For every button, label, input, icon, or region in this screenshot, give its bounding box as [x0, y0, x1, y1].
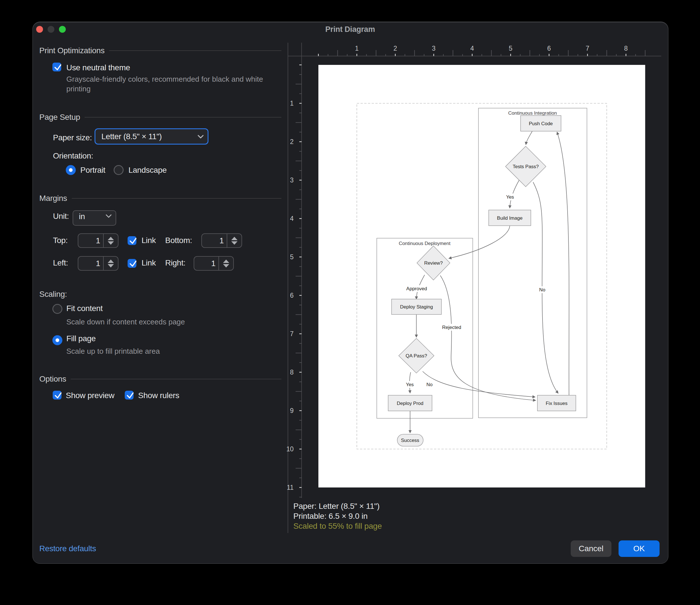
svg-text:3: 3 [432, 45, 436, 52]
svg-text:7: 7 [586, 45, 590, 52]
svg-text:Build Image: Build Image [497, 215, 523, 221]
svg-text:2: 2 [394, 45, 397, 52]
svg-text:Success: Success [401, 438, 419, 443]
svg-text:Continuous Integration: Continuous Integration [508, 110, 557, 116]
svg-text:Deploy Prod: Deploy Prod [397, 401, 423, 406]
svg-text:Deploy Staging: Deploy Staging [400, 304, 433, 310]
svg-text:1: 1 [290, 100, 294, 107]
svg-text:Yes: Yes [506, 194, 514, 200]
svg-text:2: 2 [290, 138, 294, 146]
svg-text:Approved: Approved [406, 286, 427, 291]
svg-text:6: 6 [290, 292, 294, 299]
svg-text:3: 3 [290, 177, 294, 184]
svg-text:10: 10 [286, 445, 294, 453]
svg-text:No: No [426, 382, 432, 387]
svg-text:8: 8 [290, 369, 294, 376]
svg-text:Fix Issues: Fix Issues [546, 401, 568, 406]
svg-text:9: 9 [290, 407, 294, 414]
svg-text:Push Code: Push Code [529, 121, 553, 126]
svg-text:Yes: Yes [406, 382, 414, 387]
svg-text:11: 11 [287, 484, 294, 491]
svg-text:1: 1 [355, 45, 359, 52]
svg-text:5: 5 [509, 45, 512, 52]
svg-text:Continuous Deployment: Continuous Deployment [399, 241, 451, 246]
svg-text:4: 4 [290, 215, 294, 222]
svg-text:7: 7 [290, 330, 294, 338]
svg-text:6: 6 [547, 45, 551, 52]
svg-text:8: 8 [624, 45, 628, 52]
svg-text:5: 5 [290, 253, 294, 261]
svg-text:4: 4 [471, 45, 474, 52]
svg-text:Rejected: Rejected [442, 325, 461, 330]
svg-text:Review?: Review? [424, 260, 443, 266]
svg-text:Tests Pass?: Tests Pass? [512, 164, 539, 169]
svg-text:QA Pass?: QA Pass? [405, 353, 427, 359]
svg-text:No: No [539, 287, 545, 292]
